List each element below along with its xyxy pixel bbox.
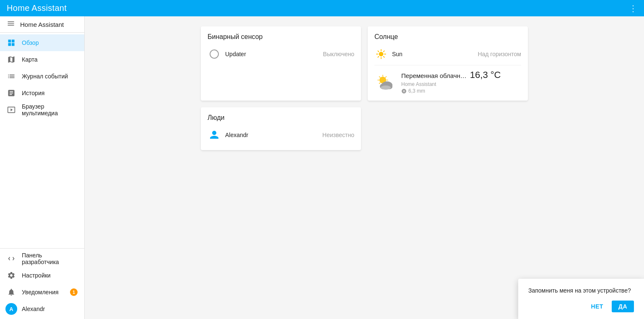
binary-sensor-name: Updater bbox=[225, 51, 323, 57]
logbook-icon bbox=[7, 72, 16, 81]
sidebar: Home Assistant Обзор Карта bbox=[0, 16, 85, 319]
sun-icon-wrapper bbox=[374, 47, 388, 61]
binary-sensor-card-title: Бинарный сенсор bbox=[208, 33, 354, 41]
svg-line-6 bbox=[384, 57, 384, 57]
sidebar-item-map[interactable]: Карта bbox=[0, 51, 84, 68]
svg-point-21 bbox=[381, 86, 391, 90]
notification-badge: 1 bbox=[70, 288, 78, 296]
sidebar-bottom: Панель разработчика Настройки Уведомлени… bbox=[0, 248, 84, 319]
topbar-more-icon[interactable]: ⋮ bbox=[629, 3, 637, 13]
binary-sensor-card: Бинарный сенсор Updater Выключено bbox=[201, 26, 361, 101]
media-icon bbox=[7, 105, 16, 114]
remember-popup-actions: НЕТ ДА bbox=[528, 301, 634, 312]
sun-card-title: Солнце bbox=[374, 33, 521, 41]
person-row[interactable]: Alexandr Неизвестно bbox=[208, 127, 354, 143]
remember-popup-text: Запомнить меня на этом устройстве? bbox=[528, 287, 634, 294]
sun-row[interactable]: Sun Над горизонтом bbox=[374, 46, 521, 65]
sun-name: Sun bbox=[392, 51, 478, 57]
person-status: Неизвестно bbox=[322, 132, 354, 138]
weather-description: Переменная облачн… bbox=[401, 72, 467, 79]
topbar-title: Home Assistant bbox=[7, 3, 67, 13]
avatar-icon: A bbox=[7, 304, 16, 314]
sidebar-item-label-notifications: Уведомления bbox=[22, 289, 59, 296]
sidebar-item-label-settings: Настройки bbox=[22, 272, 51, 279]
notifications-icon bbox=[7, 288, 16, 297]
sidebar-item-overview[interactable]: Обзор bbox=[0, 34, 84, 51]
sidebar-menu-icon[interactable] bbox=[7, 19, 15, 30]
weather-description-block: Переменная облачн… 16,3 °C Home Assistan… bbox=[401, 70, 521, 94]
app-body: Home Assistant Обзор Карта bbox=[0, 16, 644, 319]
person-name: Alexandr bbox=[225, 132, 322, 138]
remember-popup: Запомнить меня на этом устройстве? НЕТ Д… bbox=[518, 279, 644, 319]
settings-icon bbox=[7, 271, 16, 280]
sidebar-item-logbook[interactable]: Журнал событий bbox=[0, 68, 84, 85]
sidebar-item-developer[interactable]: Панель разработчика bbox=[0, 250, 84, 267]
sidebar-item-notifications[interactable]: Уведомления 1 bbox=[0, 284, 84, 301]
sidebar-item-label-history: История bbox=[22, 90, 44, 96]
sidebar-item-label-overview: Обзор bbox=[22, 39, 39, 46]
person-icon bbox=[208, 128, 221, 142]
sidebar-item-history[interactable]: История bbox=[0, 85, 84, 101]
sun-card: Солнце bbox=[368, 26, 528, 101]
weather-icon bbox=[374, 71, 396, 93]
svg-line-5 bbox=[378, 51, 379, 52]
sidebar-item-label-media: Браузер мультимедиа bbox=[22, 103, 78, 117]
binary-sensor-row[interactable]: Updater Выключено bbox=[208, 46, 354, 62]
map-icon bbox=[7, 55, 16, 64]
svg-line-17 bbox=[379, 83, 380, 83]
weather-precipitation: 6,3 mm bbox=[401, 88, 521, 94]
sidebar-item-label-developer: Панель разработчика bbox=[22, 252, 78, 265]
remember-no-button[interactable]: НЕТ bbox=[587, 301, 607, 312]
sidebar-item-settings[interactable]: Настройки bbox=[0, 267, 84, 284]
binary-sensor-status: Выключено bbox=[323, 51, 354, 57]
weather-location: Home Assistant bbox=[401, 81, 521, 87]
weather-row[interactable]: Переменная облачн… 16,3 °C Home Assistan… bbox=[374, 70, 521, 94]
history-icon bbox=[7, 88, 16, 98]
main-content: Бинарный сенсор Updater Выключено Солнце bbox=[85, 16, 644, 319]
svg-line-14 bbox=[379, 77, 380, 78]
sidebar-header: Home Assistant bbox=[0, 16, 84, 33]
svg-line-7 bbox=[384, 51, 384, 52]
svg-point-0 bbox=[379, 52, 384, 57]
sidebar-item-media[interactable]: Браузер мультимедиа bbox=[0, 101, 84, 118]
sidebar-item-label-map: Карта bbox=[22, 56, 37, 63]
developer-icon bbox=[7, 254, 16, 263]
sidebar-item-user[interactable]: A Alexandr bbox=[0, 301, 84, 317]
sidebar-item-label-user: Alexandr bbox=[22, 306, 45, 312]
people-card: Люди Alexandr Неизвестно bbox=[201, 107, 361, 150]
topbar: Home Assistant ⋮ bbox=[0, 0, 644, 16]
svg-line-16 bbox=[385, 77, 386, 78]
avatar: A bbox=[5, 303, 17, 315]
sidebar-item-label-logbook: Журнал событий bbox=[22, 73, 68, 80]
overview-icon bbox=[7, 38, 16, 47]
weather-temperature: 16,3 °C bbox=[470, 70, 501, 80]
cards-grid: Бинарный сенсор Updater Выключено Солнце bbox=[201, 26, 528, 150]
sun-status: Над горизонтом bbox=[478, 51, 521, 57]
sidebar-header-title: Home Assistant bbox=[20, 21, 64, 28]
svg-line-8 bbox=[378, 57, 379, 57]
sidebar-nav: Обзор Карта Журнал событий bbox=[0, 33, 84, 248]
people-card-title: Люди bbox=[208, 114, 354, 122]
binary-sensor-icon bbox=[208, 47, 221, 61]
remember-yes-button[interactable]: ДА bbox=[612, 301, 634, 312]
